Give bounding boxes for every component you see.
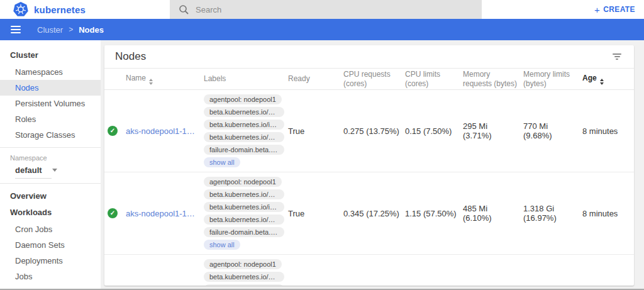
label-chip: beta.kubernetes.io/os: linux — [204, 132, 284, 142]
col-header-age[interactable]: Age — [582, 74, 634, 85]
col-header-name[interactable]: Name — [126, 74, 204, 85]
node-cpu-limits: 1.15 (57.50%) — [405, 209, 463, 218]
sidebar-item-jobs[interactable]: Jobs — [0, 269, 101, 284]
node-name-link[interactable]: aks-nodepool1-10230590-vm… — [126, 126, 199, 136]
main-content: Nodes Name Labels Ready CPU requests (co… — [101, 40, 644, 290]
namespace-selected-value: default — [15, 165, 42, 175]
brand-name: kubernetes — [34, 4, 86, 15]
node-memory-limits: 770 Mi (9.68%) — [523, 121, 582, 140]
show-all-button[interactable]: show all — [204, 240, 240, 250]
node-labels: agentpool: nodepool1beta.kubernetes.io/a… — [204, 259, 288, 286]
label-chip: failure-domain.beta.kubernet… — [204, 227, 284, 237]
sidebar-workloads-items: Cron JobsDaemon SetsDeploymentsJobsPodsR… — [0, 221, 101, 290]
col-header-memory-requests: Memory requests (bytes) — [463, 70, 523, 89]
sidebar-item-deployments[interactable]: Deployments — [0, 253, 101, 269]
filter-list-icon[interactable] — [611, 52, 623, 62]
kubernetes-logo-icon — [13, 1, 29, 18]
search-bar[interactable] — [170, 0, 482, 19]
node-cpu-requests: 0.345 (17.25%) — [343, 209, 405, 218]
col-header-cpu-requests: CPU requests (cores) — [343, 70, 405, 89]
col-header-memory-limits: Memory limits (bytes) — [523, 70, 582, 89]
col-header-ready: Ready — [288, 74, 343, 84]
page-title: Nodes — [115, 50, 146, 63]
node-name-link[interactable]: aks-nodepool1-10230590-vm… — [126, 209, 199, 218]
sidebar-item-namespaces[interactable]: Namespaces — [0, 64, 101, 80]
table-row: ✓aks-nodepool1-10230590-vm…agentpool: no… — [104, 172, 634, 255]
table-body: ✓aks-nodepool1-10230590-vm…agentpool: no… — [104, 90, 634, 286]
col-header-labels: Labels — [204, 74, 288, 84]
node-memory-requests: 295 Mi (3.71%) — [463, 121, 523, 140]
label-chip: beta.kubernetes.io/arch: amd… — [204, 107, 284, 117]
table-row: ✓aks-nodepool1-10230590-vm…agentpool: no… — [104, 90, 634, 172]
label-chip: agentpool: nodepool1 — [204, 177, 282, 187]
label-chip: failure-domain.beta.kubernet… — [204, 145, 284, 155]
kubernetes-dashboard: kubernetes + CREATE Cluster > Nodes — [0, 0, 644, 290]
sidebar-divider — [0, 183, 101, 184]
check-circle-icon: ✓ — [108, 208, 118, 218]
node-memory-limits: 1.318 Gi (16.97%) — [523, 204, 582, 223]
breadcrumb: Cluster > Nodes — [37, 25, 104, 35]
sidebar-cluster-items: NamespacesNodesPersistent VolumesRolesSt… — [0, 64, 101, 143]
sidebar: Cluster NamespacesNodesPersistent Volume… — [0, 40, 101, 290]
label-chip: agentpool: nodepool1 — [204, 259, 282, 269]
namespace-label: Namespace — [0, 150, 101, 163]
top-header: kubernetes + CREATE — [0, 0, 644, 19]
node-status: ✓ — [104, 126, 126, 136]
toolbar: Cluster > Nodes — [0, 19, 644, 40]
brand[interactable]: kubernetes — [0, 1, 86, 18]
search-input[interactable] — [196, 5, 473, 14]
node-age: 8 minutes — [582, 209, 634, 218]
hamburger-menu-icon[interactable] — [9, 23, 22, 36]
chevron-down-icon — [52, 169, 57, 172]
search-icon — [179, 4, 189, 15]
breadcrumb-separator: > — [69, 25, 73, 34]
sidebar-item-storage-classes[interactable]: Storage Classes — [0, 127, 101, 143]
sidebar-divider — [0, 147, 101, 148]
table-row: ✓aks-nodepool1-10230590-vm…agentpool: no… — [104, 255, 634, 286]
sidebar-section-cluster[interactable]: Cluster — [0, 45, 101, 64]
sidebar-item-roles[interactable]: Roles — [0, 111, 101, 127]
sidebar-item-nodes[interactable]: Nodes — [0, 80, 101, 96]
table-header-row: Name Labels Ready CPU requests (cores) C… — [104, 69, 634, 90]
label-chip: beta.kubernetes.io/instance-t… — [204, 120, 284, 130]
node-labels: agentpool: nodepool1beta.kubernetes.io/a… — [204, 177, 288, 250]
label-chip: beta.kubernetes.io/instance-t… — [204, 202, 284, 212]
sidebar-item-persistent-volumes[interactable]: Persistent Volumes — [0, 96, 101, 111]
node-cpu-limits: 0.15 (7.50%) — [405, 126, 463, 136]
label-chip: beta.kubernetes.io/instance-t… — [204, 284, 284, 286]
card-header: Nodes — [104, 45, 634, 69]
sort-arrows-icon — [600, 79, 604, 85]
breadcrumb-current-page: Nodes — [79, 25, 104, 35]
node-labels: agentpool: nodepool1beta.kubernetes.io/a… — [204, 94, 288, 167]
create-button-label: CREATE — [603, 5, 635, 14]
plus-icon: + — [594, 5, 600, 14]
label-chip: beta.kubernetes.io/os: linux — [204, 215, 284, 225]
namespace-select[interactable]: default — [15, 165, 52, 179]
node-cpu-requests: 0.275 (13.75%) — [343, 126, 405, 136]
create-button[interactable]: + CREATE — [594, 5, 635, 14]
col-header-cpu-limits: CPU limits (cores) — [405, 70, 463, 89]
sidebar-item-daemon-sets[interactable]: Daemon Sets — [0, 237, 101, 253]
sidebar-section-workloads[interactable]: Workloads — [0, 205, 101, 221]
sidebar-item-cron-jobs[interactable]: Cron Jobs — [0, 221, 101, 237]
node-ready: True — [288, 209, 343, 218]
label-chip: agentpool: nodepool1 — [204, 94, 282, 104]
label-chip: beta.kubernetes.io/arch: amd… — [204, 272, 284, 282]
node-age: 8 minutes — [582, 126, 634, 136]
show-all-button[interactable]: show all — [204, 157, 240, 167]
check-circle-icon: ✓ — [108, 126, 118, 136]
node-memory-requests: 485 Mi (6.10%) — [463, 204, 523, 223]
node-ready: True — [288, 126, 343, 136]
sidebar-item-overview[interactable]: Overview — [0, 186, 101, 205]
node-status: ✓ — [104, 208, 126, 218]
label-chip: beta.kubernetes.io/arch: amd… — [204, 189, 284, 199]
nodes-card: Nodes Name Labels Ready CPU requests (co… — [104, 45, 634, 286]
sort-arrows-icon — [149, 79, 153, 85]
breadcrumb-cluster[interactable]: Cluster — [37, 25, 63, 35]
